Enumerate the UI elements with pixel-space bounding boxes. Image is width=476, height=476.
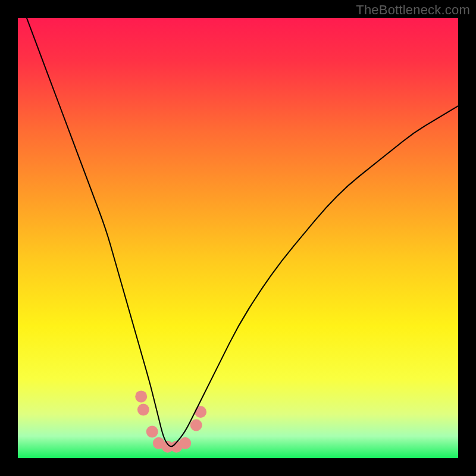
highlight-dot [146,426,158,438]
highlight-dot [190,419,202,431]
chart-svg [18,18,458,458]
highlight-dot [179,437,191,449]
highlight-dot [137,404,149,416]
highlight-dot [195,406,206,418]
highlight-dot [135,390,147,402]
chart-background [18,18,458,458]
chart-plot [18,18,458,458]
watermark-text: TheBottleneck.com [356,2,470,18]
chart-frame: TheBottleneck.com [0,0,476,476]
